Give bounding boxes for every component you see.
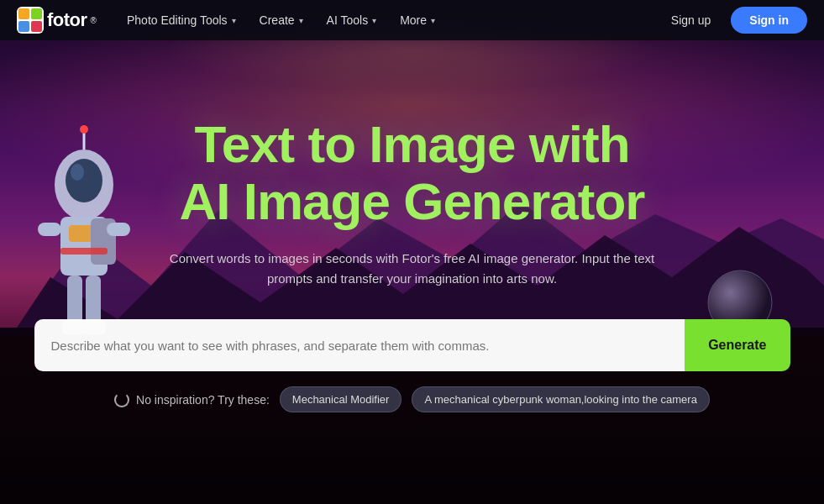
- svg-rect-21: [18, 8, 29, 19]
- hero-subtitle: Convert words to images in seconds with …: [169, 249, 656, 289]
- nav-photo-editing[interactable]: Photo Editing Tools ▾: [117, 8, 246, 32]
- logo[interactable]: fotor®: [17, 7, 97, 34]
- nav-more[interactable]: More ▾: [390, 8, 445, 32]
- nav-actions: Sign up Sign in: [661, 7, 807, 34]
- signup-button[interactable]: Sign up: [661, 8, 721, 32]
- chevron-down-icon: ▾: [299, 16, 303, 25]
- nav-create[interactable]: Create ▾: [249, 8, 313, 32]
- chevron-down-icon: ▾: [232, 16, 236, 25]
- generate-button[interactable]: Generate: [685, 319, 790, 371]
- nav-items: Photo Editing Tools ▾ Create ▾ AI Tools …: [117, 8, 654, 32]
- inspiration-row: No inspiration? Try these: Mechanical Mo…: [114, 386, 710, 412]
- signin-button[interactable]: Sign in: [731, 7, 807, 34]
- inspiration-label: No inspiration? Try these:: [114, 392, 270, 407]
- logo-wordmark: fotor: [47, 9, 87, 31]
- hero-title: Text to Image with AI Image Generator: [180, 116, 645, 230]
- logo-registered: ®: [91, 16, 97, 25]
- svg-rect-23: [18, 21, 29, 32]
- suggestion-tag-0[interactable]: Mechanical Modifier: [280, 386, 402, 412]
- suggestion-tag-1[interactable]: A mechanical cyberpunk woman,looking int…: [412, 386, 709, 412]
- svg-rect-24: [31, 21, 42, 32]
- chevron-down-icon: ▾: [431, 16, 435, 25]
- nav-ai-tools[interactable]: AI Tools ▾: [317, 8, 387, 32]
- prompt-input[interactable]: [51, 339, 669, 353]
- chevron-down-icon: ▾: [372, 16, 376, 25]
- search-input-wrapper: [34, 319, 685, 371]
- navbar: fotor® Photo Editing Tools ▾ Create ▾ AI…: [0, 0, 824, 40]
- refresh-icon[interactable]: [114, 392, 129, 407]
- svg-rect-22: [31, 8, 42, 19]
- hero-content: Text to Image with AI Image Generator Co…: [0, 40, 824, 504]
- search-container: Generate: [34, 319, 790, 371]
